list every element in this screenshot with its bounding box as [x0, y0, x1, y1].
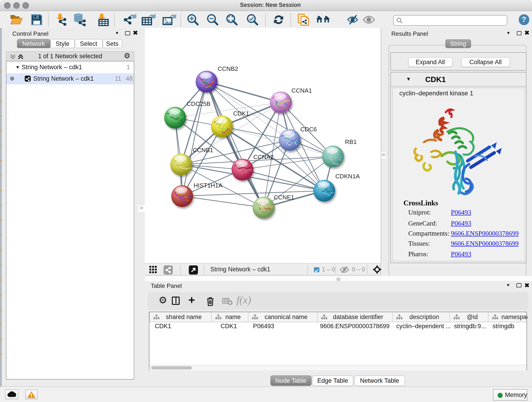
svg-text:CDC25B: CDC25B — [186, 100, 210, 107]
svg-text:CCNB2: CCNB2 — [217, 65, 238, 72]
svg-text:CDC6: CDC6 — [300, 126, 317, 133]
svg-text:CCNA2: CCNA2 — [253, 153, 273, 160]
svg-text:CDKN1A: CDKN1A — [335, 173, 360, 180]
svg-text:CCNA1: CCNA1 — [291, 87, 312, 94]
svg-text:HIST1H1A: HIST1H1A — [193, 182, 222, 189]
svg-text:CCNE1: CCNE1 — [273, 194, 294, 201]
svg-text:CCNB1: CCNB1 — [192, 147, 213, 153]
svg-text:CDK1: CDK1 — [233, 110, 249, 117]
svg-text:RB1: RB1 — [345, 138, 356, 145]
